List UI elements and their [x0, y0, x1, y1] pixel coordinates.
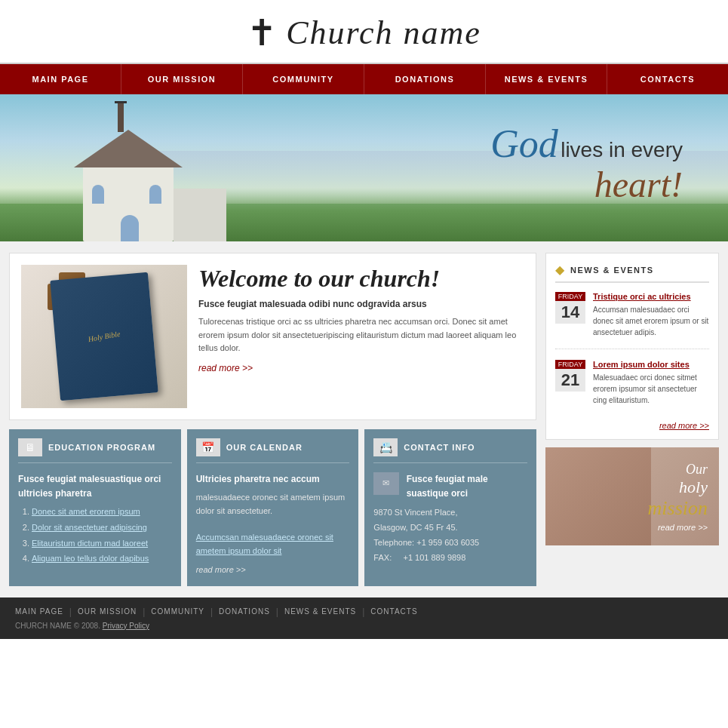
footer-nav-separator: |: [143, 607, 145, 617]
welcome-body: Tulorecenas tristique orci ac ss ultrici…: [198, 315, 524, 355]
news-events-header: ◆ NEWS & EVENTS: [555, 263, 709, 283]
main-content: Holy Bible Welcome to our church! Fusce …: [0, 241, 728, 597]
education-links: Donec sit amet erorem ipsumDolor sit ans…: [18, 505, 172, 565]
education-link-3[interactable]: Aliquam leo tellus dolor dapibus: [32, 554, 149, 563]
education-title: EDUCATION PROGRAM: [48, 443, 155, 452]
contact-column: 📇 CONTACT INFO ✉ Fusce feugiat male suas…: [364, 429, 536, 586]
calendar-column: 📅 OUR CALENDAR Ultricies pharetra nec ac…: [187, 429, 359, 586]
welcome-heading: Welcome to our church!: [198, 265, 524, 293]
welcome-read-more[interactable]: read more >>: [198, 363, 253, 373]
news-title[interactable]: Tristique orci ac ultricies: [593, 292, 709, 301]
news-item: Friday 14 Tristique orci ac ultricies Ac…: [555, 292, 709, 349]
nav-item-nav-news-events[interactable]: NEWS & EVENTS: [486, 64, 607, 94]
contact-title: CONTACT INFO: [404, 443, 475, 452]
news-title[interactable]: Lorem ipsum dolor sites: [593, 360, 709, 369]
welcome-subheading: Fusce feugiat malesuada odibi nunc odgra…: [198, 299, 524, 309]
footer-nav-separator: |: [210, 607, 213, 617]
cross-icon: ✝: [247, 15, 278, 51]
calendar-read-more[interactable]: read more >>: [196, 564, 350, 577]
welcome-content: Welcome to our church! Fusce feugiat mal…: [198, 265, 524, 408]
footer-nav-separator: |: [276, 607, 278, 617]
education-body: Fusce feugiat malesuastique orci ultrici…: [18, 472, 172, 566]
calendar-link[interactable]: Accumcsan malesuadaece oronec sit ametem…: [196, 533, 333, 555]
footer-copyright: CHURCH NAME © 2008. Privacy Policy: [15, 622, 713, 630]
footer: MAIN PAGE|OUR MISSION|COMMUNITY|DONATION…: [0, 597, 728, 639]
news-body: Accumsan malesuadaec orci donec sit amet…: [593, 304, 709, 338]
content-area: Holy Bible Welcome to our church! Fusce …: [9, 253, 536, 586]
footer-nav: MAIN PAGE|OUR MISSION|COMMUNITY|DONATION…: [15, 607, 713, 617]
news-events-title: NEWS & EVENTS: [570, 266, 654, 275]
sidebar-read-more[interactable]: read more >>: [555, 421, 709, 430]
date-box: Friday 21: [555, 360, 585, 406]
nav-item-nav-our-mission[interactable]: OUR MISSION: [121, 64, 242, 94]
contact-city: Glasgow, DC 45 Fr 45.: [373, 521, 527, 536]
nav-item-nav-donations[interactable]: DONATIONS: [364, 64, 485, 94]
holy-mission-banner: Our holy mission read more >>: [545, 447, 719, 545]
nav-item-nav-contacts[interactable]: CONTACTS: [607, 64, 728, 94]
footer-nav-separator: |: [69, 607, 72, 617]
hero-subtitle: lives in every: [561, 138, 683, 161]
welcome-section: Holy Bible Welcome to our church! Fusce …: [9, 253, 536, 420]
mission-holy: holy: [648, 478, 708, 497]
privacy-link[interactable]: Privacy Policy: [103, 622, 149, 630]
news-content: Tristique orci ac ultricies Accumsan mal…: [593, 292, 709, 338]
sidebar: ◆ NEWS & EVENTS Friday 14 Tristique orci…: [545, 253, 719, 586]
date-box: Friday 14: [555, 292, 585, 338]
education-link-1[interactable]: Dolor sit ansectetuer adipiscing: [32, 523, 147, 532]
nav-item-nav-main-page[interactable]: MAIN PAGE: [0, 64, 121, 94]
nav-item-nav-community[interactable]: COMMUNITY: [243, 64, 364, 94]
nav-list: MAIN PAGEOUR MISSIONCOMMUNITYDONATIONSNE…: [0, 64, 728, 94]
contact-body: ✉ Fusce feugiat male suastique orci 9870…: [373, 472, 527, 566]
date-day-label: Friday: [555, 292, 585, 301]
hero-banner: God lives in every heart!: [0, 94, 728, 241]
hero-church: [23, 106, 249, 241]
calendar-body: Ultricies pharetra nec accum malesuadaec…: [196, 472, 350, 577]
copyright-text: CHURCH NAME © 2008.: [15, 622, 100, 630]
footer-nav-item[interactable]: OUR MISSION: [78, 607, 137, 616]
date-number: 14: [555, 301, 585, 324]
mission-text: Our holy mission read more >>: [648, 462, 708, 532]
footer-nav-item[interactable]: NEWS & EVENTS: [284, 607, 356, 616]
news-item: Friday 21 Lorem ipsum dolor sites Malesu…: [555, 360, 709, 416]
welcome-image: Holy Bible: [21, 265, 187, 408]
footer-nav-item[interactable]: COMMUNITY: [151, 607, 204, 616]
contact-fax: FAX: +1 101 889 9898: [373, 551, 527, 566]
contact-icon: 📇: [373, 438, 398, 456]
education-link-0[interactable]: Donec sit amet erorem ipsum: [32, 507, 140, 516]
calendar-main-title: Ultricies pharetra nec accum: [196, 472, 350, 487]
hero-god: God: [490, 122, 558, 165]
footer-nav-item[interactable]: MAIN PAGE: [15, 607, 63, 616]
news-body: Malesuadaec orci donec sitmet erorem ips…: [593, 372, 709, 406]
contact-subtitle: Fusce feugiat male suastique orci: [407, 472, 527, 501]
footer-nav-item[interactable]: DONATIONS: [219, 607, 270, 616]
bottom-columns: 🖥 EDUCATION PROGRAM Fusce feugiat malesu…: [9, 429, 536, 586]
education-icon: 🖥: [18, 438, 42, 456]
date-number: 21: [555, 369, 585, 392]
contact-telephone: Telephone: +1 959 603 6035: [373, 536, 527, 551]
news-content: Lorem ipsum dolor sites Malesuadaec orci…: [593, 360, 709, 406]
calendar-title: OUR CALENDAR: [226, 443, 303, 452]
site-title: Church name: [286, 14, 481, 52]
education-link-2[interactable]: Elitauristum dictum mad laoreet: [32, 539, 148, 548]
mission-our: Our: [648, 462, 708, 478]
education-subtitle: Fusce feugiat malesuastique orci ultrici…: [18, 472, 172, 501]
diamond-icon: ◆: [555, 263, 564, 277]
mail-icon: ✉: [373, 472, 398, 495]
calendar-main-body: malesuadaece oronec sit ametem ipsum dol…: [196, 491, 350, 518]
contact-header: 📇 CONTACT INFO: [373, 438, 527, 463]
site-header: ✝ Church name: [0, 0, 728, 64]
hero-text: God lives in every heart!: [490, 124, 683, 205]
mission-read-more[interactable]: read more >>: [648, 523, 708, 532]
hero-heart: heart!: [594, 164, 683, 204]
footer-nav-item[interactable]: CONTACTS: [370, 607, 417, 616]
contact-address: 9870 St Vincent Place,: [373, 505, 527, 521]
education-column: 🖥 EDUCATION PROGRAM Fusce feugiat malesu…: [9, 429, 181, 586]
contact-info: 9870 St Vincent Place, Glasgow, DC 45 Fr…: [373, 505, 527, 565]
calendar-icon: 📅: [196, 438, 220, 456]
mission-word: mission: [648, 497, 708, 520]
calendar-header: 📅 OUR CALENDAR: [196, 438, 350, 463]
main-nav: MAIN PAGEOUR MISSIONCOMMUNITYDONATIONSNE…: [0, 64, 728, 94]
date-day-label: Friday: [555, 360, 585, 369]
footer-nav-separator: |: [362, 607, 364, 617]
education-header: 🖥 EDUCATION PROGRAM: [18, 438, 172, 463]
